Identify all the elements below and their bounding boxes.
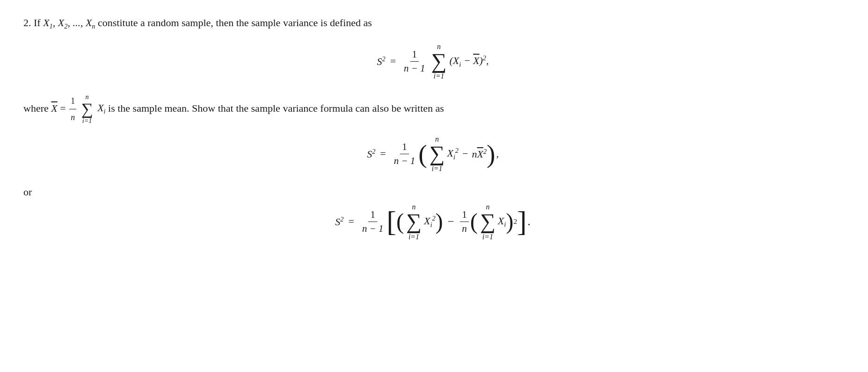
inner-left-paren-3: ( — [396, 210, 404, 233]
problem-statement: 2. If X1, X2, ..., Xn constitute a rando… — [23, 14, 842, 32]
fraction-3: 1 n − 1 — [360, 209, 385, 235]
inline-summation: n ∑ i=1 — [81, 93, 93, 125]
right-paren-2: ) — [487, 141, 495, 167]
left-bracket-3: [ — [387, 207, 396, 236]
formula-1: S2 = 1 n − 1 n ∑ i=1 (Xi − X)2, — [23, 43, 842, 80]
or-label: or — [23, 186, 842, 198]
variables: X1, X2, ..., Xn — [43, 17, 98, 29]
formula2-lhs: S2 — [367, 148, 375, 160]
inner-right-paren-3: ) — [436, 210, 443, 233]
summand-3a: Xi2 — [424, 215, 436, 229]
main-content: 2. If X1, X2, ..., Xn constitute a rando… — [23, 14, 842, 241]
summation-3b: n ∑ i=1 — [480, 203, 496, 241]
formula1-lhs: S2 — [377, 55, 385, 68]
summation-1: n ∑ i=1 — [431, 43, 447, 80]
problem-number: 2. — [23, 17, 34, 29]
summand-2: Xi2 — [447, 147, 459, 161]
formula-3: S2 = 1 n − 1 [ ( n ∑ i=1 Xi2 ) − 1 n ( — [23, 203, 842, 241]
inner-right-paren-3b: ) — [506, 210, 513, 233]
formula3-lhs: S2 — [335, 215, 343, 228]
where-clause: where X = 1 n n ∑ i=1 Xi is the sample m… — [23, 93, 842, 125]
left-paren-2: ( — [418, 141, 427, 167]
rest-of-intro: constitute a random sample, then the sam… — [98, 17, 372, 29]
inline-fraction: 1 n — [69, 93, 76, 125]
fraction-1: 1 n − 1 — [402, 49, 427, 74]
or-text: or — [23, 186, 32, 198]
summand-3b: Xi — [498, 215, 506, 229]
fraction-3b: 1 n — [460, 209, 468, 235]
right-bracket-3: ] — [517, 207, 527, 236]
summand-1: (Xi − X)2, — [449, 54, 489, 69]
intro-text: If — [34, 17, 43, 29]
x-bar-var: X — [51, 102, 57, 114]
inner-left-paren-3b: ( — [470, 210, 478, 233]
fraction-2: 1 n − 1 — [392, 141, 417, 167]
formula-2: S2 = 1 n − 1 ( n ∑ i=1 Xi2 − nX2 ) , — [23, 135, 842, 173]
xi-term: Xi — [97, 102, 105, 114]
where-text: where — [23, 102, 51, 114]
summation-2: n ∑ i=1 — [429, 135, 445, 173]
nxbar-term: nX2 — [472, 148, 487, 160]
summation-3a: n ∑ i=1 — [406, 203, 422, 241]
